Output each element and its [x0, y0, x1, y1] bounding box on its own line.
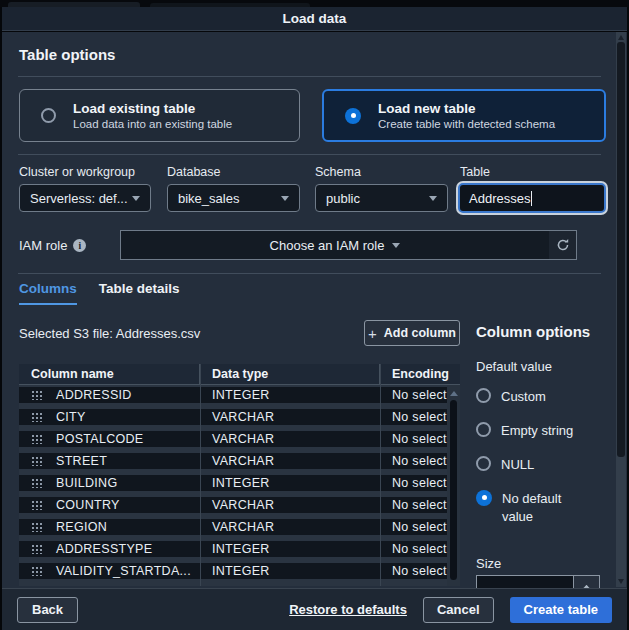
refresh-icon: [556, 238, 570, 252]
table-row[interactable]: COUNTRY VARCHAR No selection: [19, 497, 460, 513]
drag-handle-icon[interactable]: [31, 390, 44, 400]
default-value-radio-option[interactable]: Custom: [476, 388, 594, 407]
column-name-text: REGION: [56, 520, 107, 534]
tab-table-details[interactable]: Table details: [99, 281, 180, 305]
radio-load-new-table[interactable]: [345, 108, 361, 124]
text-cursor: [531, 191, 532, 206]
column-separator: [380, 364, 381, 586]
scroll-up-icon[interactable]: [618, 35, 624, 40]
size-field-row: [476, 575, 600, 588]
tile-load-new-table[interactable]: Load new table Create table with detecte…: [322, 89, 606, 142]
column-name-text: CITY: [56, 410, 86, 424]
radio-icon[interactable]: [476, 388, 491, 403]
table-label: Table: [460, 165, 490, 179]
column-separator: [200, 364, 201, 586]
divider: [18, 154, 601, 155]
drag-handle-icon[interactable]: [31, 412, 44, 422]
footer-actions: Restore to defaults Cancel Create table: [289, 597, 612, 623]
cancel-button[interactable]: Cancel: [423, 597, 494, 623]
column-name-cell: BUILDING: [19, 476, 200, 490]
background-app-strip: [0, 0, 629, 7]
data-type-cell: VARCHAR: [200, 410, 380, 424]
drag-handle-icon[interactable]: [31, 434, 44, 444]
table-row[interactable]: ADDRESSTYPE INTEGER No selection: [19, 541, 460, 557]
chevron-down-icon: [281, 196, 289, 201]
data-type-cell: INTEGER: [200, 476, 380, 490]
table-row[interactable]: VALIDITY_STARTDA... INTEGER No selection: [19, 563, 460, 579]
drag-handle-icon[interactable]: [31, 544, 44, 554]
schema-select[interactable]: public: [315, 184, 448, 212]
scroll-up-icon[interactable]: [450, 391, 458, 396]
data-type-cell: INTEGER: [200, 564, 380, 578]
iam-role-select[interactable]: Choose an IAM role: [120, 230, 550, 260]
chevron-down-icon: [392, 243, 400, 248]
table-scrollbar[interactable]: [447, 385, 460, 586]
info-icon[interactable]: i: [73, 239, 86, 252]
default-value-radio-option[interactable]: NULL: [476, 456, 594, 475]
column-name-cell: ADDRESSTYPE: [19, 542, 200, 556]
tab-columns[interactable]: Columns: [19, 281, 77, 305]
size-label: Size: [476, 556, 501, 571]
tile-text: Load existing table Load data into an ex…: [73, 101, 232, 130]
table-name-input-value: Addresses: [469, 191, 530, 206]
column-name-text: ADDRESSTYPE: [56, 542, 152, 556]
database-select-value: bike_sales: [178, 191, 239, 206]
table-scrollbar-thumb[interactable]: [450, 400, 457, 580]
tab-bar: Columns Table details: [19, 281, 180, 305]
modal-scrollbar-thumb[interactable]: [617, 42, 625, 457]
tile-description: Create table with detected schema: [378, 118, 555, 130]
table-row[interactable]: ADDRESSID INTEGER No selection: [19, 387, 460, 403]
table-row[interactable]: REGION VARCHAR No selection: [19, 519, 460, 535]
default-value-radio-option[interactable]: Empty string: [476, 422, 594, 441]
header-data-type: Data type: [200, 364, 380, 384]
column-rows: ADDRESSID INTEGER No selection CITY VARC…: [19, 385, 460, 579]
column-name-text: POSTALCODE: [56, 432, 144, 446]
column-name-cell: STREET: [19, 454, 200, 468]
radio-icon[interactable]: [476, 422, 491, 437]
restore-to-defaults-link[interactable]: Restore to defaults: [289, 602, 407, 617]
drag-handle-icon[interactable]: [31, 522, 44, 532]
modal-footer: Back Restore to defaults Cancel Create t…: [2, 588, 627, 630]
cluster-select-value: Serverless: def...: [30, 191, 128, 206]
drag-handle-icon[interactable]: [31, 478, 44, 488]
table-row[interactable]: CITY VARCHAR No selection: [19, 409, 460, 425]
default-value-radio-option[interactable]: No default value: [476, 490, 594, 528]
load-data-dialog: Load data Table options Load existing ta…: [0, 0, 629, 630]
table-name-input[interactable]: Addresses: [458, 183, 606, 213]
add-column-button[interactable]: + Add column: [364, 320, 460, 346]
iam-role-label: IAM role: [19, 238, 67, 253]
radio-option-label: Custom: [501, 388, 546, 407]
drag-handle-icon[interactable]: [31, 456, 44, 466]
default-value-radio-group: Custom Empty string NULL No default valu…: [476, 388, 594, 542]
table-row[interactable]: POSTALCODE VARCHAR No selection: [19, 431, 460, 447]
data-type-cell: VARCHAR: [200, 520, 380, 534]
tile-load-existing-table[interactable]: Load existing table Load data into an ex…: [19, 89, 300, 142]
table-row[interactable]: STREET VARCHAR No selection: [19, 453, 460, 469]
database-label: Database: [167, 165, 221, 179]
radio-load-existing-table[interactable]: [41, 108, 56, 123]
scroll-down-icon[interactable]: [618, 579, 624, 584]
back-button[interactable]: Back: [17, 597, 78, 623]
column-name-text: STREET: [56, 454, 107, 468]
table-row[interactable]: BUILDING INTEGER No selection: [19, 475, 460, 491]
database-select[interactable]: bike_sales: [167, 184, 300, 212]
schema-select-value: public: [326, 191, 360, 206]
modal-scrollbar[interactable]: [616, 32, 626, 587]
cluster-select[interactable]: Serverless: def...: [19, 184, 151, 212]
radio-icon[interactable]: [476, 490, 492, 506]
size-input[interactable]: [476, 575, 573, 588]
column-name-text: VALIDITY_STARTDA...: [56, 564, 191, 578]
column-name-cell: VALIDITY_STARTDA...: [19, 564, 200, 578]
refresh-iam-roles-button[interactable]: [549, 230, 577, 260]
radio-option-label: Empty string: [501, 422, 573, 441]
drag-handle-icon[interactable]: [31, 566, 44, 576]
drag-handle-icon[interactable]: [31, 500, 44, 510]
tile-title: Load new table: [378, 101, 555, 116]
columns-table-header: Column name Data type Encoding: [19, 364, 460, 385]
column-name-cell: ADDRESSID: [19, 388, 200, 402]
radio-icon[interactable]: [476, 456, 491, 471]
create-table-button[interactable]: Create table: [510, 597, 612, 623]
column-name-text: COUNTRY: [56, 498, 120, 512]
divider: [18, 273, 601, 274]
size-stepper-up-button[interactable]: [573, 575, 600, 588]
